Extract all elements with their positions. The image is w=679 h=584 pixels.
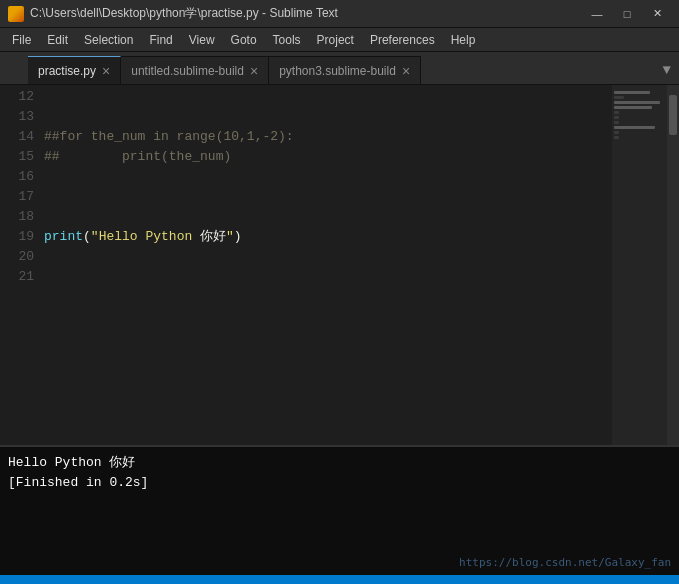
code-line [44, 87, 612, 107]
menu-bar: FileEditSelectionFindViewGotoToolsProjec… [0, 28, 679, 52]
code-line [44, 107, 612, 127]
tab-close-2[interactable]: × [402, 64, 410, 78]
menu-item-help[interactable]: Help [443, 29, 484, 51]
menu-item-preferences[interactable]: Preferences [362, 29, 443, 51]
line-number: 16 [6, 167, 34, 187]
tab-bar: ◀ ▶ practise.py×untitled.sublime-build×p… [0, 52, 679, 85]
output-text: Hello Python 你好[Finished in 0.2s] [8, 453, 671, 493]
output-line: Hello Python 你好 [8, 453, 671, 473]
menu-item-edit[interactable]: Edit [39, 29, 76, 51]
minimap [612, 85, 667, 445]
close-button[interactable]: ✕ [643, 4, 671, 24]
line-number: 19 [6, 227, 34, 247]
minimap-content [612, 85, 667, 145]
tab-label-0: practise.py [38, 64, 96, 78]
tab-close-1[interactable]: × [250, 64, 258, 78]
line-number: 15 [6, 147, 34, 167]
code-line [44, 187, 612, 207]
menu-item-selection[interactable]: Selection [76, 29, 141, 51]
output-line: [Finished in 0.2s] [8, 473, 671, 493]
code-line [44, 207, 612, 227]
line-number: 20 [6, 247, 34, 267]
menu-item-tools[interactable]: Tools [265, 29, 309, 51]
status-bar [0, 575, 679, 584]
app-icon [8, 6, 24, 22]
code-line [44, 247, 612, 267]
tab-close-0[interactable]: × [102, 64, 110, 78]
tab-0[interactable]: practise.py× [28, 56, 121, 84]
code-line [44, 167, 612, 187]
window-title: C:\Users\dell\Desktop\python学\practise.p… [30, 5, 583, 22]
tab-2[interactable]: python3.sublime-build× [269, 56, 421, 84]
tab-label-1: untitled.sublime-build [131, 64, 244, 78]
code-area[interactable]: ##for the_num in range(10,1,-2):## print… [40, 85, 612, 445]
line-number: 17 [6, 187, 34, 207]
editor-container: 12131415161718192021 ##for the_num in ra… [0, 85, 679, 445]
watermark: https://blog.csdn.net/Galaxy_fan [459, 556, 671, 569]
code-line: ##for the_num in range(10,1,-2): [44, 127, 612, 147]
code-line [44, 267, 612, 287]
line-number: 18 [6, 207, 34, 227]
line-number: 13 [6, 107, 34, 127]
title-bar: C:\Users\dell\Desktop\python学\practise.p… [0, 0, 679, 28]
minimize-button[interactable]: — [583, 4, 611, 24]
code-line: print("Hello Python 你好") [44, 227, 612, 247]
menu-item-find[interactable]: Find [141, 29, 180, 51]
tab-1[interactable]: untitled.sublime-build× [121, 56, 269, 84]
line-number: 12 [6, 87, 34, 107]
maximize-button[interactable]: □ [613, 4, 641, 24]
tab-label-2: python3.sublime-build [279, 64, 396, 78]
scrollbar-thumb[interactable] [669, 95, 677, 135]
line-numbers: 12131415161718192021 [0, 85, 40, 445]
menu-item-file[interactable]: File [4, 29, 39, 51]
menu-item-project[interactable]: Project [309, 29, 362, 51]
line-number: 14 [6, 127, 34, 147]
window-controls: — □ ✕ [583, 4, 671, 24]
menu-item-goto[interactable]: Goto [223, 29, 265, 51]
scrollbar[interactable] [667, 85, 679, 445]
output-panel: Hello Python 你好[Finished in 0.2s] https:… [0, 445, 679, 575]
code-line: ## print(the_num) [44, 147, 612, 167]
line-number: 21 [6, 267, 34, 287]
menu-item-view[interactable]: View [181, 29, 223, 51]
tab-overflow-button[interactable]: ▼ [655, 56, 679, 84]
